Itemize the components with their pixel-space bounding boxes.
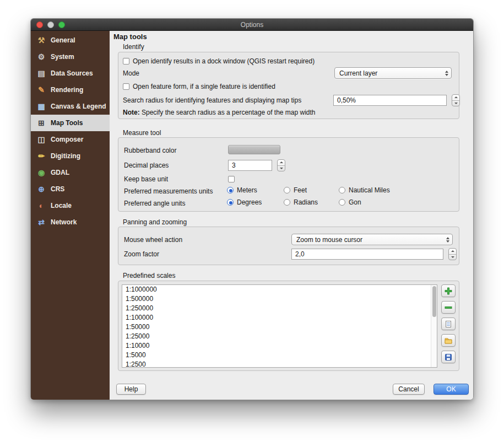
sidebar-item-digitizing[interactable]: ✏ Digitizing <box>31 148 110 164</box>
import-scales-button[interactable] <box>441 334 456 347</box>
identify-section-label: Identify <box>123 43 144 51</box>
sidebar-item-network[interactable]: ⇄ Network <box>31 214 110 230</box>
page-title: Map tools <box>113 33 147 41</box>
panning-group: Mouse wheel action Zoom to mouse cursor … <box>118 227 459 265</box>
radio-gon[interactable] <box>339 199 345 206</box>
sidebar-item-label: Network <box>51 218 77 226</box>
sidebar-item-label: CRS <box>51 185 64 193</box>
sidebar-item-locale[interactable]: ◐ Locale <box>31 197 110 214</box>
panning-section-label: Panning and zooming <box>123 218 187 226</box>
scales-section-label: Predefined scales <box>123 272 175 279</box>
radio-radians[interactable] <box>284 199 290 206</box>
scale-list-item[interactable]: 1:50000 <box>122 322 437 332</box>
export-scales-button[interactable] <box>441 351 456 363</box>
remove-scale-button[interactable] <box>441 301 456 314</box>
titlebar[interactable]: Options <box>31 19 473 31</box>
paintbrush-icon: ✎ <box>36 86 46 94</box>
minimize-button[interactable] <box>47 21 54 28</box>
search-radius-input[interactable]: 0,50% <box>333 95 447 106</box>
scale-list-item[interactable]: 1:250000 <box>122 304 437 313</box>
sidebar-item-composer[interactable]: ◫ Composer <box>31 131 110 148</box>
decimal-places-stepper[interactable] <box>277 159 285 171</box>
close-button[interactable] <box>36 21 43 28</box>
sidebar: ⚒ General ⚙ System ▤ Data Sources ✎ Rend… <box>31 31 110 400</box>
search-radius-stepper[interactable] <box>452 94 460 106</box>
scale-list-item[interactable]: 1:500000 <box>122 294 437 304</box>
sidebar-item-general[interactable]: ⚒ General <box>31 32 110 49</box>
sidebar-item-data-sources[interactable]: ▤ Data Sources <box>31 65 110 82</box>
radio-degrees[interactable] <box>227 199 234 206</box>
decimal-places-value: 3 <box>232 162 236 169</box>
zoom-button[interactable] <box>58 21 65 28</box>
cancel-button-label: Cancel <box>398 385 419 393</box>
keep-base-unit-checkbox[interactable] <box>228 176 235 182</box>
sidebar-item-crs[interactable]: ⊕ CRS <box>31 181 110 197</box>
note-prefix: Note: <box>123 109 140 116</box>
canvas-icon: ▦ <box>36 103 46 110</box>
zoom-factor-input[interactable]: 2,0 <box>291 249 443 260</box>
mouse-wheel-value: Zoom to mouse cursor <box>296 236 362 244</box>
add-scale-button[interactable] <box>441 284 456 297</box>
scale-list-item[interactable]: 1:1000000 <box>122 285 437 294</box>
save-disk-icon <box>444 353 453 362</box>
radio-meters[interactable] <box>227 187 234 193</box>
radio-feet[interactable] <box>284 187 290 193</box>
feature-form-checkbox[interactable] <box>123 83 129 90</box>
angle-units-label: Preferred angle units <box>124 200 185 207</box>
sidebar-item-system[interactable]: ⚙ System <box>31 49 110 65</box>
units-label: Preferred measurements units <box>124 187 213 195</box>
scales-group: 1:1000000 1:500000 1:250000 1:100000 1:5… <box>118 281 459 371</box>
pencil-icon: ✏ <box>36 152 46 160</box>
cancel-button[interactable]: Cancel <box>393 384 425 395</box>
network-icon: ⇄ <box>36 218 46 226</box>
gear-icon: ⚙ <box>36 53 46 61</box>
feature-form-label: Open feature form, if a single feature i… <box>133 83 275 90</box>
sidebar-item-label: Map Tools <box>51 119 83 127</box>
gdal-globe-icon: ◉ <box>36 169 46 176</box>
zoom-factor-label: Zoom factor <box>124 250 159 258</box>
ok-button-label: OK <box>446 385 456 393</box>
traffic-lights <box>36 21 65 28</box>
scale-list-item[interactable]: 1:25000 <box>122 332 437 341</box>
mode-dropdown-value: Current layer <box>339 69 377 77</box>
sidebar-item-rendering[interactable]: ✎ Rendering <box>31 82 110 98</box>
sidebar-item-canvas-legend[interactable]: ▦ Canvas & Legend <box>31 98 110 115</box>
keep-base-unit-label: Keep base unit <box>124 175 168 183</box>
rubberband-color-button[interactable] <box>228 145 280 154</box>
help-button[interactable]: Help <box>116 384 146 395</box>
sidebar-item-label: System <box>51 53 74 61</box>
sidebar-item-label: Digitizing <box>51 152 80 160</box>
mode-dropdown[interactable]: Current layer <box>334 67 452 79</box>
scale-list-item[interactable]: 1:5000 <box>122 351 437 360</box>
predefined-scales-list[interactable]: 1:1000000 1:500000 1:250000 1:100000 1:5… <box>122 284 437 368</box>
dock-window-checkbox[interactable] <box>123 58 129 64</box>
general-tools-icon: ⚒ <box>36 36 46 44</box>
list-scrollbar-thumb[interactable] <box>432 286 436 317</box>
zoom-factor-stepper[interactable] <box>448 248 457 260</box>
decimal-places-input[interactable]: 3 <box>228 160 272 171</box>
minus-icon <box>444 303 453 312</box>
window-title: Options <box>31 19 473 31</box>
measure-section-label: Measure tool <box>123 129 161 137</box>
identify-group: Open identify results in a dock window (… <box>118 52 459 119</box>
radio-meters-label: Meters <box>237 186 257 194</box>
list-scrollbar[interactable] <box>431 285 437 367</box>
crs-globe-icon: ⊕ <box>36 185 46 193</box>
radio-gon-label: Gon <box>349 198 361 206</box>
scale-list-item[interactable]: 1:10000 <box>122 341 437 351</box>
mouse-wheel-label: Mouse wheel action <box>124 236 182 244</box>
ok-button[interactable]: OK <box>433 384 469 395</box>
locale-icon: ◐ <box>36 202 46 209</box>
composer-icon: ◫ <box>36 136 46 143</box>
mouse-wheel-dropdown[interactable]: Zoom to mouse cursor <box>291 234 453 245</box>
note-text: Specify the search radius as a percentag… <box>140 109 316 116</box>
sidebar-item-map-tools[interactable]: ⊞ Map Tools <box>31 115 110 131</box>
decimal-places-label: Decimal places <box>124 162 169 169</box>
plus-icon <box>444 287 453 295</box>
options-content-pane: Map tools Identify Open identify results… <box>110 31 473 400</box>
sidebar-item-gdal[interactable]: ◉ GDAL <box>31 164 110 181</box>
scale-list-item[interactable]: 1:2500 <box>122 360 437 368</box>
scale-list-item[interactable]: 1:100000 <box>122 313 437 322</box>
default-scales-button[interactable] <box>441 318 456 330</box>
radio-nautical-miles[interactable] <box>339 187 345 193</box>
